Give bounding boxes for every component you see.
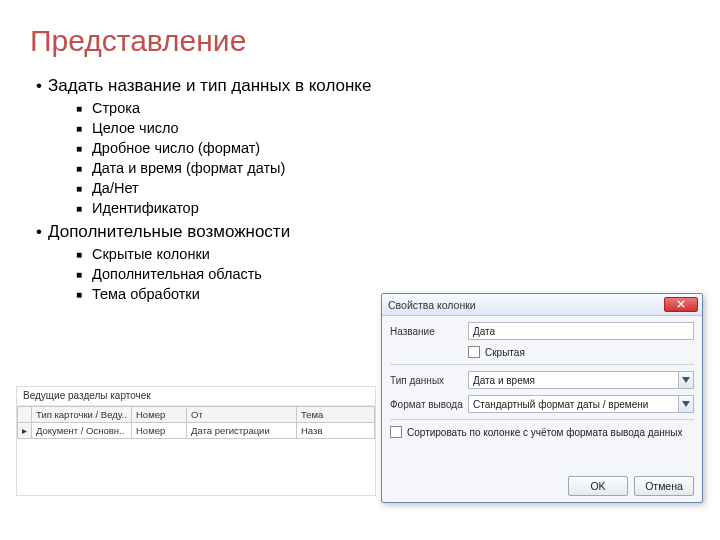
bullet-dot: •	[30, 76, 48, 96]
sub-bullet: ■	[76, 163, 92, 174]
sub-item: Дробное число (формат)	[92, 140, 260, 156]
column-properties-dialog: Свойства колонки Название Скрытая Тип да…	[381, 293, 703, 503]
columns-panel: Ведущие разделы карточек Тип карточки / …	[16, 386, 376, 496]
sub-item: Скрытые колонки	[92, 246, 210, 262]
col-header[interactable]: Тема	[297, 407, 375, 423]
row-selector[interactable]: ▸	[18, 423, 32, 439]
sub-item: Строка	[92, 100, 140, 116]
hidden-checkbox[interactable]	[468, 346, 480, 358]
dialog-title: Свойства колонки	[388, 299, 664, 311]
sub-bullet: ■	[76, 289, 92, 300]
sub-bullet: ■	[76, 103, 92, 114]
sub-item: Тема обработки	[92, 286, 200, 302]
col-header[interactable]: Номер	[132, 407, 187, 423]
bullet-2-text: Дополнительные возможности	[48, 222, 290, 242]
col-header[interactable]: Тип карточки / Веду..	[32, 407, 132, 423]
columns-table: Тип карточки / Веду.. Номер От Тема ▸ До…	[17, 406, 375, 439]
sub-bullet: ■	[76, 183, 92, 194]
format-label: Формат вывода	[390, 399, 468, 410]
sub-item: Идентификатор	[92, 200, 199, 216]
close-button[interactable]	[664, 297, 698, 312]
table-cell[interactable]: Дата регистрации	[187, 423, 297, 439]
table-cell[interactable]: Номер	[132, 423, 187, 439]
divider	[390, 419, 694, 420]
sort-checkbox[interactable]	[390, 426, 402, 438]
sub-bullet: ■	[76, 249, 92, 260]
name-input[interactable]	[468, 322, 694, 340]
sub-bullet: ■	[76, 143, 92, 154]
bullet-1-text: Задать название и тип данных в колонке	[48, 76, 371, 96]
sub-bullet: ■	[76, 269, 92, 280]
table-cell[interactable]: Документ / Основн..	[32, 423, 132, 439]
col-header[interactable]: От	[187, 407, 297, 423]
ok-button[interactable]: OK	[568, 476, 628, 496]
table-cell[interactable]: Назв	[297, 423, 375, 439]
slide-title: Представление	[30, 24, 690, 58]
cancel-button[interactable]: Отмена	[634, 476, 694, 496]
type-select[interactable]	[468, 371, 694, 389]
divider	[390, 364, 694, 365]
type-label: Тип данных	[390, 375, 468, 386]
sub-bullet: ■	[76, 203, 92, 214]
hidden-label: Скрытая	[485, 347, 525, 358]
sub-item: Дата и время (формат даты)	[92, 160, 285, 176]
bullet-dot: •	[30, 222, 48, 242]
dropdown-arrow-icon[interactable]	[678, 371, 694, 389]
columns-panel-header: Ведущие разделы карточек	[17, 387, 375, 406]
sub-bullet: ■	[76, 123, 92, 134]
format-select[interactable]	[468, 395, 694, 413]
sub-item: Дополнительная область	[92, 266, 262, 282]
sort-label: Сортировать по колонке с учётом формата …	[407, 427, 682, 438]
sub-item: Да/Нет	[92, 180, 139, 196]
row-selector-header[interactable]	[18, 407, 32, 423]
dropdown-arrow-icon[interactable]	[678, 395, 694, 413]
sub-item: Целое число	[92, 120, 179, 136]
close-icon	[677, 299, 685, 310]
name-label: Название	[390, 326, 468, 337]
